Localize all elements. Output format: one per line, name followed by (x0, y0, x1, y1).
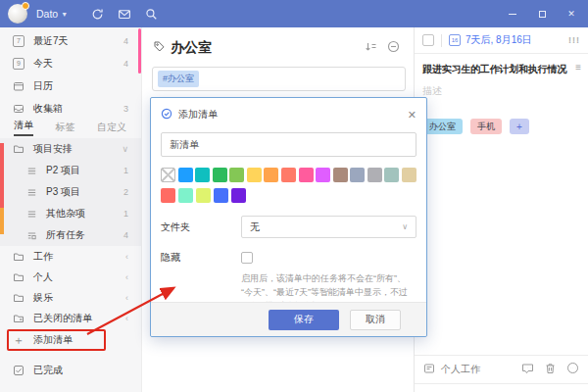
task-checkbox[interactable] (422, 34, 434, 46)
tab-tags[interactable]: 标签 (56, 121, 75, 136)
task-detail-header: 16 7天后, 8月16日 !!! (415, 27, 588, 54)
sidebar-item-label: 其他杂项 (46, 207, 85, 220)
sidebar-scrollbar[interactable] (138, 28, 141, 74)
trash-icon[interactable] (545, 361, 556, 378)
item-count: 1 (123, 166, 128, 175)
more-circle-icon[interactable] (566, 361, 579, 378)
folder-select[interactable]: 无 ∨ (241, 216, 416, 238)
hide-form-row: 隐藏 (161, 251, 416, 265)
chevron-collapsed-icon[interactable]: ‹ (125, 252, 128, 262)
color-swatch[interactable] (281, 168, 296, 182)
sidebar-item-p3[interactable]: P3 项目 2 (0, 181, 141, 203)
account-menu[interactable]: Dato ▼ (36, 8, 68, 20)
item-count: 4 (123, 59, 128, 69)
color-swatch[interactable] (178, 188, 193, 203)
folder-label: 文件夹 (161, 220, 241, 234)
color-swatch[interactable] (384, 168, 399, 182)
list-icon (25, 208, 37, 220)
color-swatch[interactable] (333, 168, 348, 182)
color-swatch[interactable] (264, 168, 278, 182)
color-swatch-none-selected[interactable] (161, 168, 175, 182)
comment-icon[interactable] (521, 361, 534, 378)
task-detail-footer: 个人工作 (415, 355, 588, 384)
sidebar-item-label: 今天 (33, 57, 53, 71)
sidebar-item-label: 所有任务 (46, 228, 85, 242)
item-count: 2 (123, 187, 128, 197)
color-swatch[interactable] (402, 168, 416, 182)
tag-icon (153, 39, 166, 57)
save-button[interactable]: 保存 (269, 310, 339, 330)
color-swatch[interactable] (161, 188, 175, 203)
sync-icon[interactable] (91, 8, 104, 21)
sidebar-item-label: 项目安排 (33, 142, 73, 156)
cancel-button[interactable]: 取消 (350, 310, 401, 330)
color-swatch[interactable] (247, 168, 262, 182)
sidebar-item-misc[interactable]: 其他杂项 1 (0, 203, 141, 224)
folder-icon (13, 251, 24, 263)
window-controls: ✕ (508, 9, 576, 19)
search-icon[interactable] (145, 8, 158, 21)
chevron-collapsed-icon[interactable]: ‹ (125, 314, 128, 323)
task-description-placeholder[interactable]: 描述 (415, 76, 588, 98)
task-tags: 办公室 手机 + (415, 98, 588, 134)
app-window: Dato ▼ ✕ 7 最近7天 4 9 今天 4 日历 (0, 0, 588, 392)
color-swatch[interactable] (214, 188, 228, 203)
color-swatch[interactable] (316, 168, 330, 182)
sidebar-item-last7days[interactable]: 7 最近7天 4 (0, 29, 141, 52)
task-list-name[interactable]: 个人工作 (441, 363, 480, 376)
color-swatch[interactable] (178, 168, 193, 182)
chevron-collapsed-icon[interactable]: ‹ (125, 272, 128, 282)
due-date-text[interactable]: 7天后, 8月16日 (466, 33, 532, 47)
sidebar-folder-projects[interactable]: 项目安排 ∨ (0, 138, 141, 160)
sidebar-folder-personal[interactable]: 个人 ‹ (0, 267, 141, 287)
user-avatar[interactable] (8, 4, 27, 24)
minus-circle-icon[interactable] (387, 39, 400, 57)
sidebar-item-inbox[interactable]: 收集箱 3 (0, 97, 141, 120)
chevron-collapsed-icon[interactable]: ‹ (125, 293, 128, 303)
annotation-highlight-box (7, 329, 106, 351)
list-name-input[interactable]: 新清单 (161, 132, 416, 157)
sort-icon[interactable] (365, 39, 377, 57)
sidebar-item-completed[interactable]: 已完成 (0, 359, 141, 381)
tab-lists[interactable]: 清单 (14, 119, 33, 136)
sidebar-item-label: 娱乐 (33, 291, 53, 305)
sidebar-folder-work[interactable]: 工作 ‹ (0, 246, 141, 267)
sidebar-item-today[interactable]: 9 今天 4 (0, 52, 141, 74)
color-swatch[interactable] (229, 168, 244, 182)
color-swatch[interactable] (368, 168, 382, 182)
list-color-mark-orange (0, 208, 4, 234)
tag-chip-office[interactable]: 办公室 (422, 119, 463, 134)
minimize-button[interactable] (508, 9, 517, 19)
close-window-button[interactable]: ✕ (566, 9, 576, 19)
dialog-header: 添加清单 ✕ (151, 98, 426, 123)
tag-chip-phone[interactable]: 手机 (470, 119, 502, 134)
sidebar-tabs: 清单 标签 自定义 (0, 120, 141, 138)
sidebar-item-all-tasks[interactable]: 所有任务 4 (0, 224, 141, 246)
list-icon (25, 165, 37, 176)
close-icon[interactable]: ✕ (408, 110, 416, 121)
footer-icons (521, 361, 579, 378)
hide-checkbox[interactable] (241, 252, 253, 264)
color-swatch[interactable] (231, 188, 246, 203)
tab-custom[interactable]: 自定义 (97, 121, 126, 136)
color-swatch[interactable] (299, 168, 314, 182)
color-swatch[interactable] (196, 188, 211, 203)
color-swatch[interactable] (213, 168, 227, 182)
task-title[interactable]: 跟进实习生的工作计划和执行情况 (422, 63, 572, 76)
detail-menu-icon[interactable]: ≡ (575, 63, 581, 73)
top-bar: Dato ▼ ✕ (0, 0, 588, 27)
color-swatch[interactable] (195, 168, 210, 182)
maximize-button[interactable] (537, 9, 547, 19)
folder-form-row: 文件夹 无 ∨ (161, 216, 416, 238)
sidebar-item-p2[interactable]: P2 项目 1 (0, 160, 141, 181)
sidebar-folder-closed-lists[interactable]: 已关闭的清单 ‹ (0, 308, 141, 328)
chevron-down-icon[interactable]: ∨ (122, 144, 128, 154)
color-swatch[interactable] (350, 168, 365, 182)
priority-icon[interactable]: !!! (568, 35, 580, 45)
add-task-input[interactable]: #办公室 (152, 67, 406, 91)
mail-icon[interactable] (118, 8, 131, 21)
color-palette-row2 (161, 188, 416, 203)
add-tag-button[interactable]: + (510, 119, 529, 134)
sidebar-item-calendar[interactable]: 日历 (0, 74, 141, 97)
sidebar-folder-fun[interactable]: 娱乐 ‹ (0, 287, 141, 308)
